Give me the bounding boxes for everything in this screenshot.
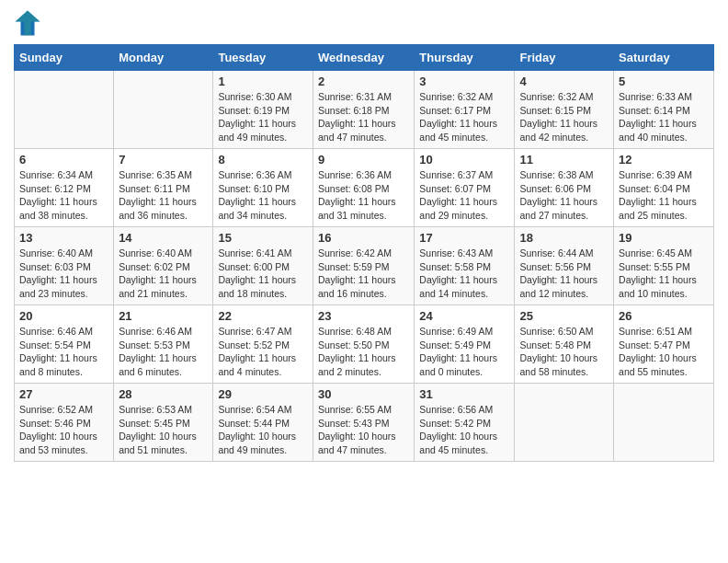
calendar-week-5: 27Sunrise: 6:52 AM Sunset: 5:46 PM Dayli… [15,384,714,462]
calendar-header-row: SundayMondayTuesdayWednesdayThursdayFrid… [15,45,714,71]
calendar-week-1: 1Sunrise: 6:30 AM Sunset: 6:19 PM Daylig… [15,71,714,149]
day-number: 15 [218,231,308,245]
col-header-sunday: Sunday [15,45,114,71]
day-detail: Sunrise: 6:30 AM Sunset: 6:19 PM Dayligh… [218,90,308,144]
day-number: 9 [318,153,409,167]
day-detail: Sunrise: 6:46 AM Sunset: 5:53 PM Dayligh… [119,325,208,379]
calendar-cell [614,384,714,462]
day-detail: Sunrise: 6:33 AM Sunset: 6:14 PM Dayligh… [619,90,709,144]
day-number: 28 [119,387,208,401]
day-number: 22 [218,309,308,323]
day-detail: Sunrise: 6:44 AM Sunset: 5:56 PM Dayligh… [519,247,609,301]
calendar-cell [515,384,614,462]
day-detail: Sunrise: 6:55 AM Sunset: 5:43 PM Dayligh… [318,403,409,457]
calendar-cell: 3Sunrise: 6:32 AM Sunset: 6:17 PM Daylig… [415,71,515,149]
page-header [14,9,714,37]
day-number: 17 [419,231,509,245]
day-detail: Sunrise: 6:32 AM Sunset: 6:15 PM Dayligh… [519,90,609,144]
svg-marker-1 [16,11,40,36]
day-number: 13 [19,231,108,245]
day-number: 26 [619,309,709,323]
day-number: 24 [419,309,509,323]
day-number: 6 [19,153,108,167]
day-detail: Sunrise: 6:48 AM Sunset: 5:50 PM Dayligh… [318,325,409,379]
calendar-cell: 2Sunrise: 6:31 AM Sunset: 6:18 PM Daylig… [313,71,414,149]
col-header-wednesday: Wednesday [313,45,414,71]
day-detail: Sunrise: 6:52 AM Sunset: 5:46 PM Dayligh… [19,403,108,457]
calendar-cell: 28Sunrise: 6:53 AM Sunset: 5:45 PM Dayli… [114,384,213,462]
calendar-cell: 16Sunrise: 6:42 AM Sunset: 5:59 PM Dayli… [313,227,414,305]
calendar-week-3: 13Sunrise: 6:40 AM Sunset: 6:03 PM Dayli… [15,227,714,305]
calendar-cell: 23Sunrise: 6:48 AM Sunset: 5:50 PM Dayli… [313,305,414,384]
calendar-week-4: 20Sunrise: 6:46 AM Sunset: 5:54 PM Dayli… [15,305,714,384]
day-number: 20 [19,309,108,323]
calendar-cell: 13Sunrise: 6:40 AM Sunset: 6:03 PM Dayli… [15,227,114,305]
day-number: 30 [318,387,409,401]
day-detail: Sunrise: 6:43 AM Sunset: 5:58 PM Dayligh… [419,247,509,301]
day-detail: Sunrise: 6:56 AM Sunset: 5:42 PM Dayligh… [419,403,509,457]
day-number: 16 [318,231,409,245]
logo [14,9,45,37]
calendar-cell: 12Sunrise: 6:39 AM Sunset: 6:04 PM Dayli… [614,149,714,227]
day-detail: Sunrise: 6:37 AM Sunset: 6:07 PM Dayligh… [419,168,509,223]
day-detail: Sunrise: 6:36 AM Sunset: 6:10 PM Dayligh… [218,168,308,223]
calendar-cell: 18Sunrise: 6:44 AM Sunset: 5:56 PM Dayli… [515,227,614,305]
day-detail: Sunrise: 6:50 AM Sunset: 5:48 PM Dayligh… [519,325,609,379]
calendar-cell: 4Sunrise: 6:32 AM Sunset: 6:15 PM Daylig… [515,71,614,149]
day-detail: Sunrise: 6:40 AM Sunset: 6:03 PM Dayligh… [19,247,108,301]
day-number: 12 [619,153,709,167]
day-number: 4 [519,75,609,88]
calendar-cell: 22Sunrise: 6:47 AM Sunset: 5:52 PM Dayli… [213,305,313,384]
day-detail: Sunrise: 6:42 AM Sunset: 5:59 PM Dayligh… [318,247,409,301]
day-number: 3 [419,75,509,88]
day-number: 7 [119,153,208,167]
col-header-saturday: Saturday [614,45,714,71]
day-detail: Sunrise: 6:54 AM Sunset: 5:44 PM Dayligh… [218,403,308,457]
calendar-cell: 9Sunrise: 6:36 AM Sunset: 6:08 PM Daylig… [313,149,414,227]
calendar-week-2: 6Sunrise: 6:34 AM Sunset: 6:12 PM Daylig… [15,149,714,227]
day-detail: Sunrise: 6:46 AM Sunset: 5:54 PM Dayligh… [19,325,108,379]
calendar-cell: 10Sunrise: 6:37 AM Sunset: 6:07 PM Dayli… [415,149,515,227]
calendar-cell: 5Sunrise: 6:33 AM Sunset: 6:14 PM Daylig… [614,71,714,149]
day-detail: Sunrise: 6:49 AM Sunset: 5:49 PM Dayligh… [419,325,509,379]
day-number: 29 [218,387,308,401]
day-detail: Sunrise: 6:47 AM Sunset: 5:52 PM Dayligh… [218,325,308,379]
day-number: 2 [318,75,409,88]
day-detail: Sunrise: 6:38 AM Sunset: 6:06 PM Dayligh… [519,168,609,223]
day-detail: Sunrise: 6:31 AM Sunset: 6:18 PM Dayligh… [318,90,409,144]
day-detail: Sunrise: 6:53 AM Sunset: 5:45 PM Dayligh… [119,403,208,457]
day-number: 21 [119,309,208,323]
col-header-tuesday: Tuesday [213,45,313,71]
day-detail: Sunrise: 6:36 AM Sunset: 6:08 PM Dayligh… [318,168,409,223]
col-header-monday: Monday [114,45,213,71]
day-detail: Sunrise: 6:41 AM Sunset: 6:00 PM Dayligh… [218,247,308,301]
day-detail: Sunrise: 6:32 AM Sunset: 6:17 PM Dayligh… [419,90,509,144]
day-number: 31 [419,387,509,401]
day-detail: Sunrise: 6:34 AM Sunset: 6:12 PM Dayligh… [19,168,108,223]
day-number: 10 [419,153,509,167]
calendar-cell [114,71,213,149]
day-number: 8 [218,153,308,167]
col-header-friday: Friday [515,45,614,71]
calendar-cell [15,71,114,149]
day-detail: Sunrise: 6:45 AM Sunset: 5:55 PM Dayligh… [619,247,709,301]
calendar-cell: 25Sunrise: 6:50 AM Sunset: 5:48 PM Dayli… [515,305,614,384]
day-number: 1 [218,75,308,88]
calendar-cell: 26Sunrise: 6:51 AM Sunset: 5:47 PM Dayli… [614,305,714,384]
day-number: 5 [619,75,709,88]
day-detail: Sunrise: 6:39 AM Sunset: 6:04 PM Dayligh… [619,168,709,223]
calendar-cell: 20Sunrise: 6:46 AM Sunset: 5:54 PM Dayli… [15,305,114,384]
day-detail: Sunrise: 6:51 AM Sunset: 5:47 PM Dayligh… [619,325,709,379]
calendar-cell: 6Sunrise: 6:34 AM Sunset: 6:12 PM Daylig… [15,149,114,227]
calendar-cell: 15Sunrise: 6:41 AM Sunset: 6:00 PM Dayli… [213,227,313,305]
calendar-cell: 14Sunrise: 6:40 AM Sunset: 6:02 PM Dayli… [114,227,213,305]
col-header-thursday: Thursday [415,45,515,71]
calendar-cell: 30Sunrise: 6:55 AM Sunset: 5:43 PM Dayli… [313,384,414,462]
day-number: 19 [619,231,709,245]
calendar-cell: 24Sunrise: 6:49 AM Sunset: 5:49 PM Dayli… [415,305,515,384]
day-number: 23 [318,309,409,323]
calendar-cell: 11Sunrise: 6:38 AM Sunset: 6:06 PM Dayli… [515,149,614,227]
calendar-table: SundayMondayTuesdayWednesdayThursdayFrid… [14,44,714,462]
day-detail: Sunrise: 6:40 AM Sunset: 6:02 PM Dayligh… [119,247,208,301]
day-number: 14 [119,231,208,245]
